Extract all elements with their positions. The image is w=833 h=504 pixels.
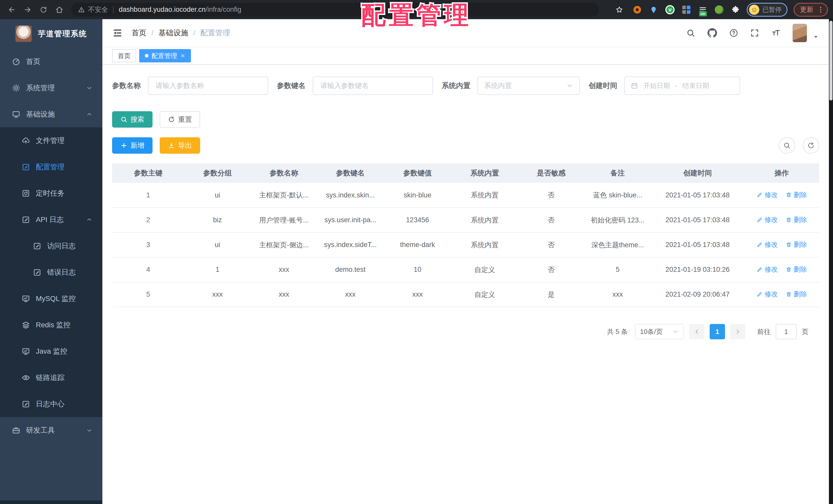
date-range-picker[interactable]: 开始日期 - 结束日期: [624, 76, 740, 95]
delete-row-link[interactable]: 删除: [786, 290, 807, 299]
export-button[interactable]: 导出: [160, 137, 200, 154]
sidebar-item-1[interactable]: 首页: [0, 48, 102, 75]
edit-row-link[interactable]: 修改: [757, 265, 778, 274]
tags-view-bar: 首页配置管理: [102, 47, 829, 65]
param-key-input[interactable]: [313, 76, 433, 95]
system-builtin-label: 系统内置: [442, 81, 470, 91]
table-cell: 主框架页-侧边...: [251, 232, 317, 257]
browser-update-button[interactable]: 更新: [793, 3, 828, 17]
param-name-input[interactable]: [148, 76, 268, 95]
sidebar-item-2[interactable]: 系统管理: [0, 75, 102, 101]
table-cell: 否: [518, 208, 585, 232]
font-size-icon[interactable]: [771, 28, 781, 38]
edit-row-link[interactable]: 修改: [757, 215, 778, 224]
user-avatar[interactable]: [792, 24, 807, 42]
edit-pen-icon: [757, 217, 763, 223]
refresh-table-button[interactable]: [803, 137, 819, 154]
browser-profile-chip[interactable]: ☺ 已暂停: [747, 3, 787, 17]
extension-wrench-icon[interactable]: [714, 5, 724, 15]
edit-square-icon: [33, 242, 42, 250]
sidebar-item-3[interactable]: 基础设施: [0, 101, 102, 127]
extensions-puzzle-icon[interactable]: [730, 5, 741, 15]
extension-grid-icon[interactable]: [681, 5, 691, 15]
next-page-button[interactable]: [730, 324, 745, 339]
sidebar-logo-row[interactable]: 芋道管理系统: [0, 19, 102, 48]
prev-page-button[interactable]: [689, 324, 705, 339]
browser-scrollbar-track[interactable]: [829, 19, 833, 504]
search-icon: [120, 116, 127, 123]
sidebar-item-label: 错误日志: [47, 268, 76, 277]
extension-list-icon[interactable]: on: [698, 5, 708, 15]
sidebar-item-4[interactable]: 文件管理: [0, 127, 102, 154]
delete-row-link[interactable]: 删除: [786, 240, 807, 249]
browser-scrollbar-thumb[interactable]: [829, 21, 832, 100]
address-divider: [113, 6, 114, 14]
sidebar-item-12[interactable]: Java 监控: [0, 338, 102, 364]
page-size-select[interactable]: 10条/页: [635, 324, 684, 339]
add-button[interactable]: 新增: [112, 137, 152, 154]
table-cell: 2021-02-09 20:06:47: [651, 282, 744, 307]
edit-row-link[interactable]: 修改: [757, 290, 778, 299]
delete-row-link[interactable]: 删除: [786, 215, 807, 224]
sidebar-item-8[interactable]: 访问日志: [0, 233, 102, 259]
edit-square-icon: [22, 215, 30, 224]
extension-pin-icon[interactable]: [648, 5, 659, 15]
sidebar-item-9[interactable]: 错误日志: [0, 259, 102, 285]
breadcrumb-item[interactable]: 基础设施: [159, 28, 188, 38]
sidebar-item-7[interactable]: API 日志: [0, 206, 102, 233]
edit-square-icon: [22, 400, 30, 408]
table-cell: 4: [112, 257, 184, 282]
page-size-value: 10条/页: [640, 327, 663, 336]
extension-v-icon[interactable]: v: [665, 5, 675, 15]
sidebar-item-13[interactable]: 链路追踪: [0, 364, 102, 391]
table-cell: 2: [112, 208, 184, 232]
bookmark-star-icon[interactable]: [613, 3, 626, 16]
edit-row-link[interactable]: 修改: [757, 240, 778, 249]
browser-reload-button[interactable]: [37, 3, 50, 16]
sidebar-item-10[interactable]: MySQL 监控: [0, 285, 102, 312]
header-search-icon[interactable]: [686, 28, 695, 37]
table-cell: 自定义: [451, 257, 518, 282]
tag-item[interactable]: 首页: [112, 49, 136, 62]
close-icon[interactable]: [180, 53, 185, 58]
avatar-caret-down-icon[interactable]: [812, 33, 819, 40]
sidebar-fold-icon[interactable]: [112, 28, 123, 39]
system-builtin-select[interactable]: 系统内置: [478, 76, 580, 95]
delete-row-link[interactable]: 删除: [786, 265, 807, 274]
chevron-down-icon: [566, 82, 573, 89]
sidebar-item-label: Redis 监控: [36, 320, 70, 330]
address-bar[interactable]: 不安全 dashboard.yudao.iocoder.cn /infra/co…: [71, 3, 599, 17]
gauge-icon: [12, 57, 21, 66]
toggle-search-button[interactable]: [779, 137, 795, 154]
reset-button[interactable]: 重置: [160, 111, 200, 128]
sidebar-item-6[interactable]: 定时任务: [0, 180, 102, 206]
sidebar-item-11[interactable]: Redis 监控: [0, 312, 102, 338]
sidebar-item-label: 首页: [26, 57, 41, 67]
sidebar-item-5[interactable]: 配置管理: [0, 154, 102, 180]
goto-page-input[interactable]: [776, 324, 797, 339]
table-cell: theme-dark: [384, 232, 451, 257]
url-host: dashboard.yudao.iocoder.cn: [119, 6, 206, 14]
download-icon: [168, 142, 175, 149]
browser-forward-button[interactable]: [21, 3, 34, 16]
action-label: 删除: [794, 290, 807, 299]
column-header: 系统内置: [451, 163, 518, 183]
search-button[interactable]: 搜索: [112, 111, 152, 128]
sidebar-item-14[interactable]: 日志中心: [0, 391, 102, 417]
edit-row-link[interactable]: 修改: [757, 191, 778, 199]
browser-home-button[interactable]: [53, 3, 66, 16]
delete-row-link[interactable]: 删除: [786, 191, 807, 199]
extension-orange-ring-icon[interactable]: [632, 5, 642, 15]
breadcrumb-item[interactable]: 首页: [132, 28, 146, 38]
tag-active[interactable]: 配置管理: [139, 49, 191, 62]
sidebar-item-15[interactable]: 研发工具: [0, 417, 102, 444]
sidebar-item-label: 基础设施: [26, 109, 55, 119]
github-icon[interactable]: [707, 28, 717, 38]
sidebar-item-label: 配置管理: [36, 162, 65, 172]
browser-back-button[interactable]: [5, 3, 19, 16]
fullscreen-icon[interactable]: [750, 28, 759, 37]
kebab-menu-icon[interactable]: [817, 6, 825, 14]
help-icon[interactable]: [729, 28, 738, 37]
current-page-button[interactable]: 1: [710, 324, 725, 339]
column-header: 创建时间: [651, 163, 744, 183]
